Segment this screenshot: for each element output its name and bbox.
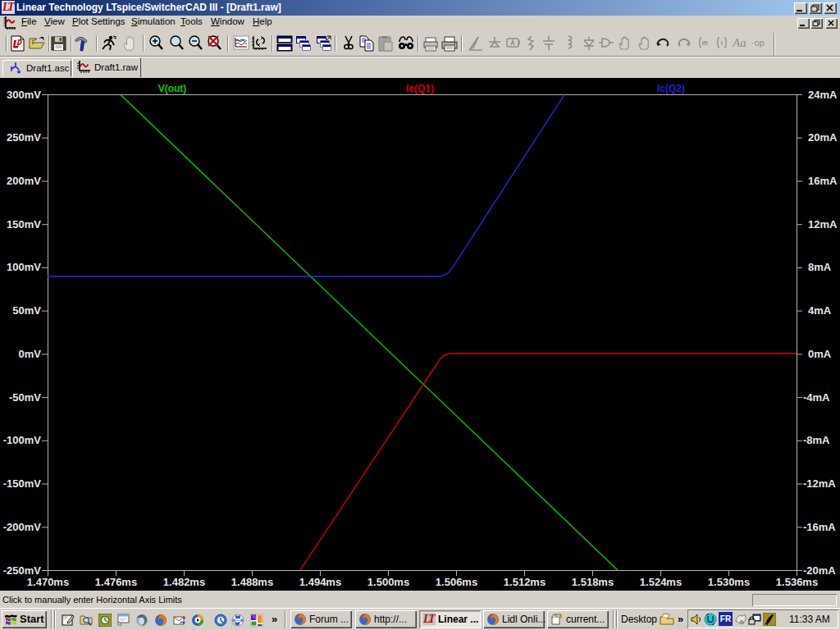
svg-text:1.488ms: 1.488ms [231, 576, 273, 588]
svg-text:-100mV: -100mV [3, 434, 42, 446]
svg-text:250mV: 250mV [7, 131, 41, 144]
svg-text:150mV: 150mV [7, 218, 41, 231]
svg-text:-50mV: -50mV [9, 391, 41, 404]
svg-text:20mA: 20mA [808, 131, 838, 144]
svg-text:50mV: 50mV [12, 304, 41, 317]
svg-text:300mV: 300mV [7, 89, 41, 101]
svg-text:T: T [7, 1, 15, 13]
svg-text:-250mV: -250mV [3, 564, 42, 577]
svg-text:4mA: 4mA [808, 304, 832, 317]
svg-text:1.506ms: 1.506ms [436, 576, 477, 588]
svg-text:Ie(Q1): Ie(Q1) [406, 83, 434, 94]
svg-text:-16mA: -16mA [803, 521, 836, 533]
svg-text:8mA: 8mA [808, 261, 832, 273]
svg-text:0mA: 0mA [808, 348, 832, 360]
svg-text:1.500ms: 1.500ms [368, 576, 409, 588]
svg-text:1.536ms: 1.536ms [776, 576, 818, 588]
svg-text:-150mV: -150mV [3, 477, 42, 490]
svg-text:16mA: 16mA [808, 175, 838, 187]
svg-text:-20mA: -20mA [803, 564, 836, 577]
svg-text:12mA: 12mA [808, 218, 838, 231]
svg-text:1.476ms: 1.476ms [95, 576, 137, 588]
svg-text:T: T [428, 613, 436, 625]
svg-text:1.470ms: 1.470ms [27, 576, 69, 588]
svg-text:-12mA: -12mA [803, 477, 836, 490]
svg-text:-4mA: -4mA [803, 391, 830, 404]
svg-text:·op: ·op [751, 38, 765, 48]
svg-text:-8mA: -8mA [803, 434, 830, 446]
svg-text:1.518ms: 1.518ms [572, 576, 614, 588]
svg-text:1.494ms: 1.494ms [299, 576, 341, 588]
svg-text:24mA: 24mA [808, 89, 838, 101]
svg-text:0mV: 0mV [19, 348, 42, 360]
svg-text:Ic(Q2): Ic(Q2) [657, 83, 685, 94]
svg-text:200mV: 200mV [7, 175, 41, 187]
svg-text:1.524ms: 1.524ms [640, 576, 682, 588]
svg-text:100mV: 100mV [7, 261, 41, 273]
svg-text:V(out): V(out) [158, 83, 187, 94]
svg-text:1.530ms: 1.530ms [708, 576, 750, 588]
svg-text:1.512ms: 1.512ms [504, 576, 546, 588]
svg-text:1.482ms: 1.482ms [163, 576, 205, 588]
svg-text:Aa: Aa [732, 36, 746, 49]
svg-text:-200mV: -200mV [3, 521, 42, 533]
